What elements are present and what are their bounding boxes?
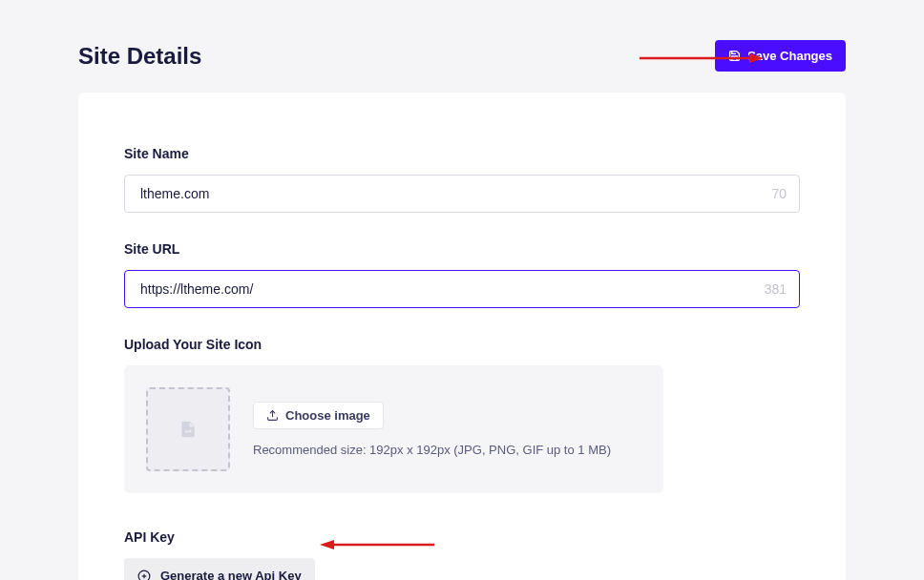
site-url-input[interactable]	[124, 270, 800, 308]
choose-image-label: Choose image	[285, 408, 370, 423]
upload-right: Choose image Recommended size: 192px x 1…	[253, 402, 611, 457]
upload-hint: Recommended size: 192px x 192px (JPG, PN…	[253, 443, 611, 457]
site-name-input-wrapper: 70	[124, 175, 800, 213]
site-url-char-count: 381	[765, 281, 787, 297]
site-name-input[interactable]	[124, 175, 800, 213]
save-button-label: Save Changes	[747, 49, 832, 63]
plus-circle-icon	[137, 570, 151, 581]
api-key-group: API Key Generate a new Api Key	[124, 529, 800, 580]
site-url-input-wrapper: 381	[124, 270, 800, 308]
choose-image-button[interactable]: Choose image	[253, 402, 384, 429]
generate-api-key-button[interactable]: Generate a new Api Key	[124, 558, 315, 580]
save-changes-button[interactable]: Save Changes	[715, 40, 846, 72]
upload-icon	[266, 409, 279, 422]
image-file-icon	[178, 420, 198, 439]
site-url-group: Site URL 381	[124, 241, 800, 308]
upload-icon-label: Upload Your Site Icon	[124, 337, 800, 352]
site-name-char-count: 70	[771, 186, 787, 201]
api-key-label: API Key	[124, 529, 800, 545]
site-name-label: Site Name	[124, 146, 800, 161]
image-placeholder[interactable]	[146, 387, 230, 471]
site-details-card: Site Name 70 Site URL 381 Upload Your Si…	[78, 93, 846, 580]
generate-api-key-label: Generate a new Api Key	[160, 569, 302, 580]
site-url-label: Site URL	[124, 241, 800, 257]
site-name-group: Site Name 70	[124, 146, 800, 213]
page-title: Site Details	[78, 43, 201, 70]
upload-icon-group: Upload Your Site Icon Choose image	[124, 337, 800, 493]
upload-section: Choose image Recommended size: 192px x 1…	[124, 365, 663, 493]
save-icon	[728, 50, 741, 62]
